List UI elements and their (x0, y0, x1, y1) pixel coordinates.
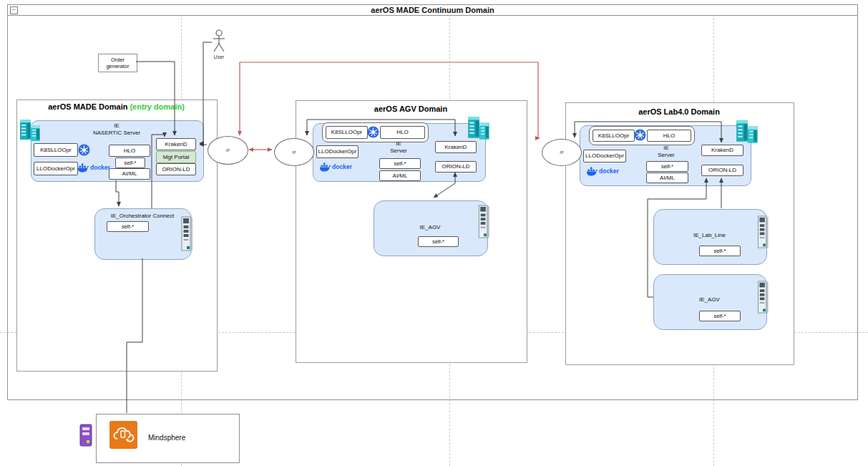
mindsphere-label-text: Mindsphere (148, 434, 185, 442)
made-orion-ld-label: ORION-LD (162, 167, 190, 173)
lab-krakend[interactable]: KrakenD (701, 145, 743, 156)
lab-agv-self[interactable]: self-* (699, 311, 741, 321)
lab-agv-self-label: self-* (713, 314, 726, 319)
orchestrator-self-label: self-* (122, 224, 134, 230)
agv-orion-ld-label: ORION-LD (442, 164, 469, 170)
lab-aiml[interactable]: AI/ML (646, 173, 688, 183)
agv-aiml[interactable]: AI/ML (379, 170, 421, 181)
agv-server-name-line2: Server (377, 147, 420, 155)
ip-label-p: P (227, 148, 230, 152)
docker-whale-icon: docker (77, 162, 110, 173)
made-domain-title-entry: (entry domain) (130, 102, 184, 111)
made-krakend-label: KrakenD (165, 142, 187, 147)
made-hlo-label: HLO (124, 148, 135, 154)
collapse-toggle-icon[interactable]: − (10, 6, 18, 14)
made-orion-ld[interactable]: ORION-LD (156, 163, 196, 175)
ip-label-p: P (293, 150, 296, 155)
agv-server-name-line1: IE (377, 140, 420, 147)
lab-k8s-operator-label: K8SLLOOpr (598, 133, 630, 139)
made-k8s-operator[interactable]: K8SLLOOpr (34, 143, 78, 157)
agv-k8s-operator[interactable]: K8SLLOOpr (326, 126, 368, 139)
edge-device-icon (757, 281, 769, 314)
lab-ie-agv-title: IE_AGV (653, 296, 766, 304)
order-generator-label: Order generator (99, 57, 137, 69)
made-docker-operator[interactable]: LLODockerOpr (34, 162, 78, 175)
lab-krakend-label: KrakenD (711, 147, 733, 153)
made-domain-title-main: aerOS MADE Domain (48, 102, 127, 111)
ip-link-node[interactable]: IP (208, 136, 248, 165)
lab-domain-title: aerOS Lab4.0 Domain (565, 107, 793, 116)
agv-hlo-label: HLO (396, 130, 408, 135)
made-k8s-operator-label: K8SLLOOpr (40, 147, 72, 153)
lab-orion-ld-label: ORION-LD (708, 168, 736, 173)
mindsphere-label: Mindsphere (148, 414, 185, 462)
lab-self[interactable]: self-* (646, 161, 688, 172)
agv-docker-operator-label: LLODockerOpr (318, 149, 357, 155)
server-stack-icon (734, 119, 761, 145)
docker-wordmark: docker (599, 168, 619, 175)
agv-krakend[interactable]: KrakenD (435, 141, 477, 153)
lab-aiml-label: AI/ML (660, 175, 675, 181)
agv-orion-ld[interactable]: ORION-LD (435, 161, 477, 173)
agv-domain-title: aerOS AGV Domain (296, 105, 526, 113)
server-stack-icon (19, 118, 43, 143)
continuum-domain-title: aerOS MADE Continuum Domain (7, 4, 858, 16)
agv-aiml-label: AI/ML (393, 173, 408, 179)
agv-hlo[interactable]: HLO (380, 126, 425, 139)
lab-docker-operator-label: LLODockerOpr (585, 153, 624, 159)
docker-wordmark: docker (90, 165, 110, 171)
user-label: User (209, 54, 229, 59)
edge-device-icon (757, 215, 769, 249)
made-self-label: self-* (124, 160, 136, 166)
made-hlo[interactable]: HLO (109, 145, 150, 157)
page-title: aerOS MADE Continuum Domain (371, 6, 494, 14)
agv-krakend-label: KrakenD (444, 145, 467, 150)
agv-docker-operator[interactable]: LLODockerOpr (316, 145, 359, 158)
server-tower-icon (79, 424, 93, 447)
diagram-canvas: aerOS MADE Continuum Domain − Order gene… (0, 0, 868, 466)
made-docker-operator-label: LLODockerOpr (36, 166, 75, 172)
made-aiml[interactable]: AI/ML (109, 168, 150, 180)
agv-ie-agv-self[interactable]: self-* (418, 236, 459, 247)
ip-link-node[interactable]: IP (274, 138, 314, 166)
ie-orchestrator-connect-title: IE_Orchestrator Connect (94, 213, 190, 220)
agv-ie-agv-title: IE_AGV (374, 224, 487, 231)
kubernetes-helm-icon (78, 144, 90, 156)
ip-link-node[interactable]: IP (542, 139, 582, 166)
ip-label-p: P (561, 150, 564, 155)
docker-wordmark: docker (332, 164, 352, 170)
nasertic-server-name-line1: IE (31, 122, 203, 130)
lab-line-self[interactable]: self-* (699, 246, 741, 256)
made-self[interactable]: self-* (115, 157, 145, 168)
server-stack-icon (467, 115, 492, 142)
agv-k8s-operator-label: K8SLLOOpr (331, 130, 363, 135)
agv-self[interactable]: self-* (379, 158, 421, 169)
made-krakend[interactable]: KrakenD (156, 138, 196, 150)
lab-line-self-label: self-* (713, 248, 726, 254)
lab-k8s-operator[interactable]: K8SLLOOpr (593, 130, 635, 142)
lab-hlo-label: HLO (663, 133, 675, 139)
lab-server-name-line1: IE (644, 145, 688, 152)
docker-whale-icon: docker (319, 162, 352, 173)
kubernetes-helm-icon (367, 126, 379, 138)
lab-hlo[interactable]: HLO (647, 130, 691, 142)
cloud-sync-icon (112, 424, 135, 445)
agv-self-label: self-* (394, 161, 406, 167)
edge-device-icon (478, 205, 490, 239)
made-domain-title: aerOS MADE Domain(entry domain) (16, 102, 216, 111)
lab-orion-ld[interactable]: ORION-LD (701, 165, 743, 176)
made-mgt-portal-label: Mgt Portal (163, 155, 189, 160)
kubernetes-helm-icon (634, 129, 646, 141)
docker-whale-icon: docker (586, 166, 619, 177)
order-generator-node[interactable]: Order generator (98, 54, 137, 72)
orchestrator-self[interactable]: self-* (107, 221, 149, 232)
nasertic-server-name-line2: NASERTIC Server (31, 130, 203, 137)
lab-ie-lab-line-title: IE_Lab_Line (653, 232, 766, 239)
lab-docker-operator[interactable]: LLODockerOpr (583, 150, 626, 162)
edge-device-icon (181, 216, 193, 252)
user-figure-icon[interactable] (210, 29, 228, 54)
made-mgt-portal[interactable]: Mgt Portal (156, 151, 196, 163)
mindsphere-icon-tile (109, 421, 137, 449)
agv-ie-agv-self-label: self-* (432, 239, 444, 245)
lab-server-name-line2: Server (644, 152, 688, 159)
